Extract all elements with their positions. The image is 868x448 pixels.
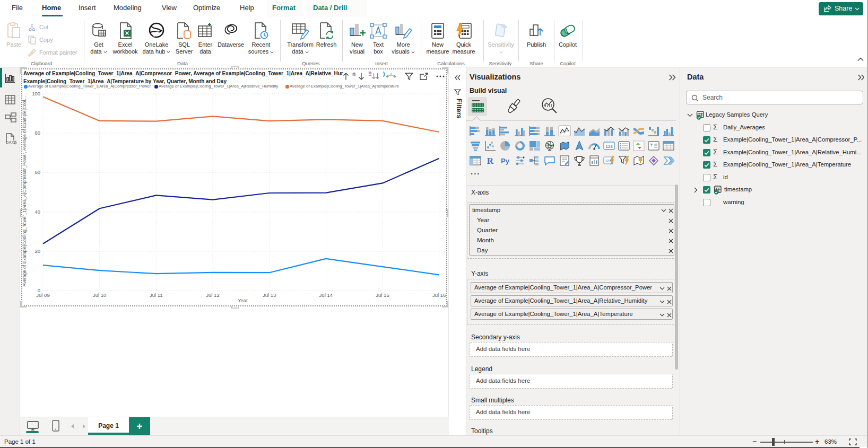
svg-text:20: 20 (34, 248, 40, 254)
svg-text:Average of Example|Cooling_Tow: Average of Example|Cooling_Tower_1|Area_… (22, 96, 27, 286)
svg-text:Jul 14: Jul 14 (319, 292, 333, 298)
svg-text:Py: Py (501, 157, 510, 165)
svg-text:Jul 11: Jul 11 (150, 292, 163, 298)
svg-text:Jul 16: Jul 16 (432, 292, 446, 298)
svg-text:Jul 10: Jul 10 (93, 292, 106, 298)
svg-text:80: 80 (34, 130, 40, 136)
svg-text:Jul 13: Jul 13 (263, 292, 276, 298)
svg-text:100: 100 (32, 92, 40, 96)
svg-text:40: 40 (34, 209, 40, 215)
svg-text:60: 60 (34, 169, 40, 175)
svg-text:Jul 12: Jul 12 (206, 292, 219, 298)
svg-text:DAX: DAX (6, 140, 14, 145)
svg-text:123: 123 (605, 144, 613, 149)
svg-text:Jul 09: Jul 09 (36, 292, 49, 298)
svg-text:Year: Year (238, 297, 248, 303)
svg-text:Jul 15: Jul 15 (376, 292, 389, 298)
svg-text:R: R (487, 156, 494, 166)
